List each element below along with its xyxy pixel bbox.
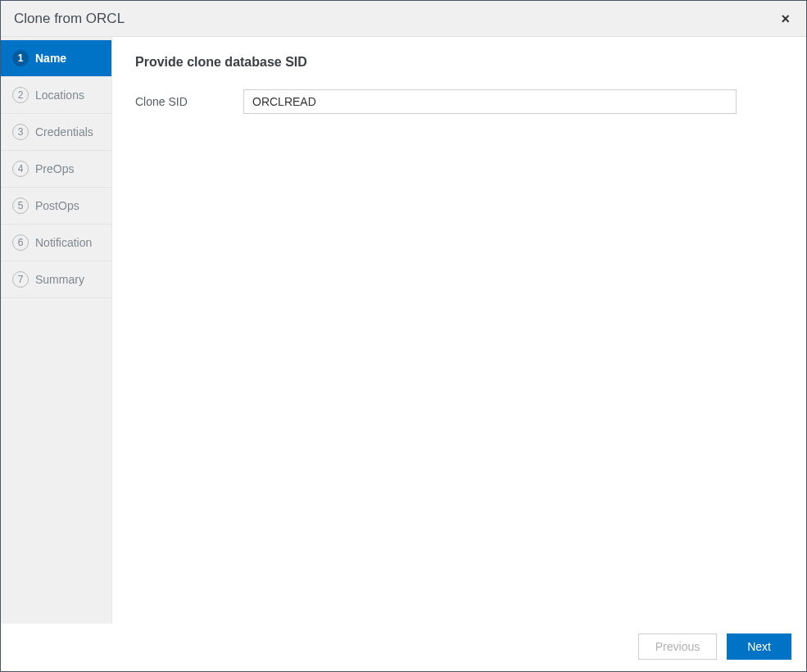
step-label: Summary (35, 273, 84, 286)
step-label: Notification (35, 236, 92, 249)
main-panel: Provide clone database SID Clone SID (112, 37, 806, 624)
clone-dialog: Clone from ORCL × 1 Name 2 Locations 3 C… (0, 0, 807, 672)
step-summary[interactable]: 7 Summary (1, 261, 111, 298)
step-number-icon: 1 (12, 50, 29, 66)
dialog-footer: Previous Next (1, 624, 806, 671)
step-postops[interactable]: 5 PostOps (1, 188, 111, 225)
step-label: Locations (35, 89, 84, 102)
step-locations[interactable]: 2 Locations (1, 77, 111, 114)
step-label: Credentials (35, 125, 93, 138)
step-number-icon: 7 (12, 271, 29, 288)
step-number-icon: 6 (12, 234, 29, 251)
step-label: Name (35, 52, 66, 65)
step-label: PreOps (35, 162, 74, 175)
page-title: Provide clone database SID (135, 55, 783, 70)
step-credentials[interactable]: 3 Credentials (1, 114, 111, 151)
step-number-icon: 3 (12, 124, 29, 140)
step-number-icon: 5 (12, 198, 29, 214)
step-preops[interactable]: 4 PreOps (1, 151, 111, 188)
clone-sid-row: Clone SID (135, 89, 783, 114)
dialog-header: Clone from ORCL × (1, 1, 806, 37)
clone-sid-input[interactable] (243, 89, 737, 114)
clone-sid-label: Clone SID (135, 95, 227, 108)
step-number-icon: 4 (12, 161, 29, 177)
step-notification[interactable]: 6 Notification (1, 225, 111, 261)
step-name[interactable]: 1 Name (1, 40, 111, 77)
close-button[interactable]: × (778, 11, 793, 26)
step-label: PostOps (35, 199, 79, 212)
step-number-icon: 2 (12, 87, 29, 103)
dialog-body: 1 Name 2 Locations 3 Credentials 4 PreOp… (1, 37, 806, 624)
previous-button[interactable]: Previous (638, 633, 717, 660)
wizard-sidebar: 1 Name 2 Locations 3 Credentials 4 PreOp… (1, 37, 112, 624)
next-button[interactable]: Next (727, 633, 791, 660)
dialog-title: Clone from ORCL (14, 11, 125, 27)
